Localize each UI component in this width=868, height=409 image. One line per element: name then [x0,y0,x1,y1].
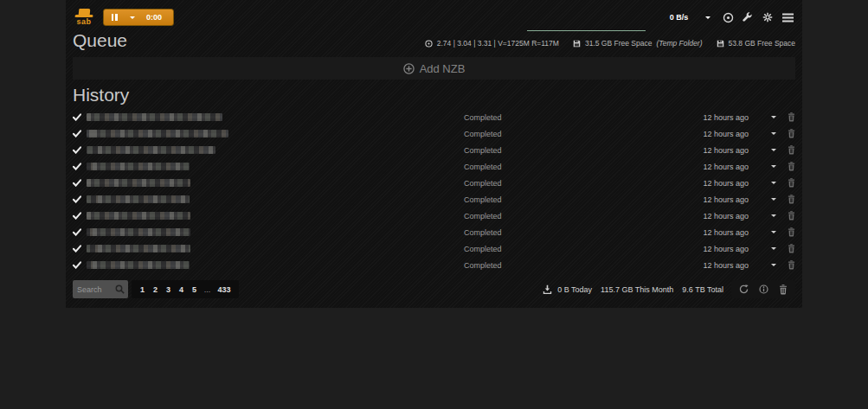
config-button[interactable] [740,10,755,25]
pause-button[interactable] [104,10,125,25]
history-time: 12 hours ago [703,261,749,270]
gear-icon [762,12,773,22]
history-time: 12 hours ago [703,228,749,237]
delete-item-button[interactable] [781,195,795,204]
delete-item-button[interactable] [781,244,795,253]
history-status: Completed [464,113,502,122]
history-item-name [87,113,222,121]
pause-control-group: 0:00 [103,9,174,26]
pause-icon [112,14,114,21]
history-row: Completed 12 hours ago [73,257,795,273]
load-stats: 2.74 | 3.04 | 3.31 | V=1725M R=117M [437,39,559,48]
delete-item-button[interactable] [781,211,795,220]
disk-icon [573,40,581,48]
expand-row-button[interactable] [749,195,781,203]
delete-all-button[interactable] [777,284,789,296]
history-time: 12 hours ago [703,113,749,122]
speed-limit-button[interactable]: 0 B/s [653,7,716,28]
page-ellipsis: ... [201,280,214,298]
queue-header: Queue 2.74 | 3.04 | 3.31 | V=1725M R=117… [66,28,802,52]
expand-row-button[interactable] [749,228,781,236]
history-time: 12 hours ago [703,146,749,155]
history-item-name [87,146,215,154]
sabnzbd-app: sab 0:00 0 B/s [66,0,802,308]
sab-logo-label: sab [76,17,91,26]
history-status: Completed [464,146,502,155]
check-icon [73,195,87,203]
trash-icon [779,284,788,295]
topbar: sab 0:00 0 B/s [66,0,802,28]
chevron-down-icon [771,264,776,269]
history-row: Completed 12 hours ago [73,224,795,240]
stat-total: 9.6 TB Total [682,285,723,294]
check-icon [73,113,87,121]
page-button[interactable]: 433 [214,280,235,298]
refresh-button[interactable] [737,284,749,296]
check-icon [73,212,87,220]
history-item-name [87,228,190,236]
expand-row-button[interactable] [749,130,781,137]
history-item-name [87,179,190,187]
history-row: Completed 12 hours ago [73,240,795,257]
download-icon [543,284,552,294]
history-item-name [87,261,190,269]
delete-item-button[interactable] [781,178,795,188]
delete-item-button[interactable] [781,129,795,138]
add-nzb-button[interactable]: Add NZB [73,57,795,80]
history-row: Completed 12 hours ago [73,191,795,208]
page-button[interactable]: 2 [149,280,162,298]
check-icon [73,130,87,137]
expand-row-button[interactable] [749,163,781,170]
expand-row-button[interactable] [749,261,781,269]
chevron-down-icon [771,231,776,236]
history-item-name [87,130,228,137]
trash-icon [788,227,795,237]
history-header: History [66,80,802,106]
system-stats: 2.74 | 3.04 | 3.31 | V=1725M R=117M 31.5… [425,39,795,48]
disk-icon [717,40,724,48]
history-item-name [87,212,190,220]
history-item-name [87,163,190,170]
page-button[interactable]: 1 [136,280,149,298]
trash-icon [788,195,795,204]
status-button[interactable] [720,10,736,25]
wrench-icon [743,12,753,22]
info-button[interactable] [757,284,769,296]
check-icon [73,163,87,170]
page-button[interactable]: 4 [175,280,188,298]
delete-item-button[interactable] [781,112,795,122]
sab-logo[interactable]: sab [73,9,95,26]
check-icon [73,228,87,236]
history-status: Completed [464,245,502,253]
chevron-down-icon [771,198,776,203]
history-footer: 1 2 3 4 5 ... 433 0 B Today 115.7 GB Thi… [66,279,802,299]
history-row: Completed 12 hours ago [73,158,795,175]
delete-item-button[interactable] [781,227,795,237]
delete-item-button[interactable] [781,162,795,171]
speed-value: 0 B/s [653,13,705,22]
delete-item-button[interactable] [781,260,795,270]
expand-row-button[interactable] [749,146,781,154]
check-icon [73,261,87,269]
history-status: Completed [464,228,502,237]
page-button[interactable]: 5 [188,280,201,298]
chevron-down-icon [705,16,710,22]
settings-button[interactable] [760,10,775,25]
trash-icon [788,112,795,122]
queue-title: Queue [73,29,127,52]
sab-hat-icon [78,9,90,16]
history-row: Completed 12 hours ago [73,208,795,224]
pause-timer: 0:00 [140,13,173,22]
expand-row-button[interactable] [749,245,781,252]
free-space-temp: 31.5 GB Free Space [585,39,653,48]
free-space-temp-note: (Temp Folder) [656,39,702,48]
expand-row-button[interactable] [749,212,781,220]
pause-dropdown-button[interactable] [125,10,140,25]
menu-button[interactable] [780,10,795,25]
expand-row-button[interactable] [749,179,781,187]
search-input[interactable] [77,285,115,294]
chevron-down-icon [130,16,135,22]
delete-item-button[interactable] [781,145,795,155]
page-button[interactable]: 3 [162,280,175,298]
expand-row-button[interactable] [749,113,781,121]
